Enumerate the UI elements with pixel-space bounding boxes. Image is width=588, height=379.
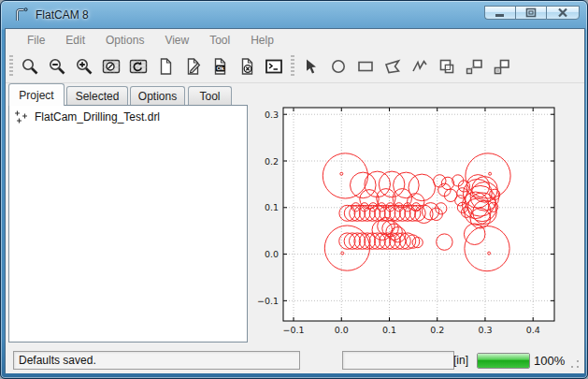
zoom-fit-button[interactable] <box>16 53 43 80</box>
svg-text:0.3: 0.3 <box>478 325 492 335</box>
resize-grip[interactable] <box>569 358 581 370</box>
units-label: [in] <box>453 354 468 367</box>
replot-button[interactable] <box>124 53 151 80</box>
progress-percent-label: 100% <box>534 354 565 368</box>
menu-item-view[interactable]: View <box>154 31 199 50</box>
svg-text:0.0: 0.0 <box>265 249 279 259</box>
minimize-icon <box>495 8 506 18</box>
zoom-fit-icon <box>21 57 39 76</box>
svg-text:0.1: 0.1 <box>382 325 396 335</box>
window-title: FlatCAM 8 <box>36 8 89 22</box>
close-button[interactable] <box>546 6 580 20</box>
toolbar: Ok <box>6 51 584 83</box>
status-bar: Defaults saved. [in] 100% <box>6 347 584 373</box>
tab-tool[interactable]: Tool <box>188 86 232 106</box>
svg-text:0.2: 0.2 <box>430 325 444 335</box>
tree-item-label: FlatCam_Drilling_Test.drl <box>35 110 160 124</box>
update-geometry-ok-button[interactable]: Ok <box>206 53 233 80</box>
add-path-button[interactable] <box>406 53 433 80</box>
zoom-out-button[interactable] <box>43 53 70 80</box>
maximize-icon <box>525 7 537 18</box>
plot-canvas[interactable]: −0.10.00.10.20.30.4−0.10.00.10.20.3 <box>251 87 578 345</box>
plot-figure: −0.10.00.10.20.30.4−0.10.00.10.20.3 <box>251 87 578 345</box>
tab-selected[interactable]: Selected <box>66 86 128 106</box>
svg-text:Ok: Ok <box>216 66 224 71</box>
polygon-union-button[interactable] <box>433 53 460 80</box>
polygon-union-icon <box>437 57 456 76</box>
shell-icon <box>265 57 283 76</box>
new-geometry-icon <box>156 57 175 76</box>
minimize-button[interactable] <box>484 6 515 20</box>
add-rectangle-icon <box>356 57 375 76</box>
menu-item-help[interactable]: Help <box>240 31 284 50</box>
svg-text:0.1: 0.1 <box>265 202 279 212</box>
tab-label: Tool <box>199 90 220 103</box>
maximize-button[interactable] <box>515 6 546 20</box>
zoom-in-icon <box>75 57 93 76</box>
status-position-field <box>342 351 454 370</box>
select-icon <box>302 57 321 76</box>
menu-bar: FileEditOptionsViewToolHelp <box>6 30 584 51</box>
toolbar-handle[interactable] <box>9 55 13 78</box>
add-polygon-icon <box>383 57 402 76</box>
project-tree[interactable]: FlatCam_Drilling_Test.drl <box>8 105 248 343</box>
clear-plot-icon <box>102 57 121 76</box>
close-icon <box>557 7 568 18</box>
flatcam-logo-icon <box>13 7 30 23</box>
add-path-icon <box>410 57 429 76</box>
zoom-out-icon <box>48 57 66 76</box>
clear-plot-button[interactable] <box>97 53 124 80</box>
tab-label: Options <box>138 90 177 103</box>
copy-objects-icon <box>465 57 483 76</box>
menu-item-edit[interactable]: Edit <box>55 31 95 50</box>
add-circle-button[interactable] <box>324 53 351 80</box>
plot-axes <box>283 108 554 321</box>
svg-text:0.0: 0.0 <box>335 325 349 335</box>
edit-geometry-icon <box>183 57 202 76</box>
move-objects-icon <box>492 57 510 76</box>
svg-text:0.3: 0.3 <box>265 109 279 120</box>
title-bar[interactable]: FlatCAM 8 <box>1 1 587 29</box>
menu-item-tool[interactable]: Tool <box>199 31 240 50</box>
drill-file-icon <box>14 109 29 124</box>
shell-button[interactable] <box>260 53 287 80</box>
tab-label: Selected <box>76 90 120 103</box>
new-geometry-button[interactable] <box>151 53 179 80</box>
select-button[interactable] <box>297 53 324 80</box>
replot-icon <box>129 57 148 76</box>
copy-objects-button[interactable] <box>460 53 487 80</box>
progress-bar <box>477 353 530 369</box>
tab-project[interactable]: Project <box>8 83 65 106</box>
svg-text:0.4: 0.4 <box>526 325 540 335</box>
toolbar-handle[interactable] <box>291 55 294 78</box>
status-message-field: Defaults saved. <box>13 351 300 370</box>
window-controls <box>484 6 580 20</box>
tree-item-drill-file[interactable]: FlatCam_Drilling_Test.drl <box>9 106 247 126</box>
menu-item-file[interactable]: File <box>17 31 55 50</box>
menu-item-options[interactable]: Options <box>95 31 154 50</box>
add-polygon-button[interactable] <box>379 53 406 80</box>
move-objects-button[interactable] <box>487 53 514 80</box>
svg-text:−0.1: −0.1 <box>257 296 279 306</box>
tab-label: Project <box>19 89 53 102</box>
progress-fill <box>478 354 529 368</box>
svg-text:0.2: 0.2 <box>265 156 279 167</box>
tab-options[interactable]: Options <box>130 86 185 106</box>
update-geometry-ok-icon: Ok <box>210 57 229 76</box>
add-circle-icon <box>329 57 348 76</box>
cancel-edit-icon <box>237 57 256 76</box>
status-message: Defaults saved. <box>19 354 96 367</box>
flatcam-window: FlatCAM 8 FileEditOptionsViewToolHelp Ok… <box>0 0 588 379</box>
zoom-in-button[interactable] <box>70 53 97 80</box>
edit-geometry-button[interactable] <box>179 53 206 80</box>
add-rectangle-button[interactable] <box>351 53 379 80</box>
svg-text:−0.1: −0.1 <box>282 325 304 335</box>
cancel-edit-button[interactable] <box>233 53 260 80</box>
